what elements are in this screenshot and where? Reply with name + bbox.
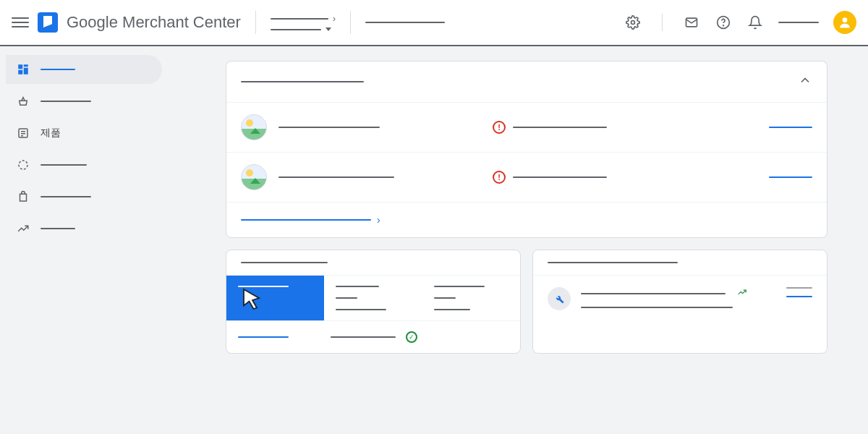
header-context-label: [365, 22, 445, 23]
divider: [662, 14, 663, 31]
mail-button[interactable]: [683, 14, 700, 31]
merchant-center-logo-icon: [38, 12, 58, 33]
optimization-line2: [581, 307, 733, 308]
footer-link-text: [241, 219, 371, 221]
cursor-icon: [239, 287, 265, 313]
metric-value: [434, 297, 456, 299]
help-icon: [716, 15, 731, 30]
metrics-card-header: [226, 250, 520, 275]
account-label[interactable]: [778, 22, 819, 23]
metric-subvalue: [336, 309, 386, 310]
issue-status-text: [513, 176, 607, 178]
issues-card-footer-link[interactable]: ›: [226, 202, 827, 237]
dashboard-icon: [16, 62, 30, 77]
sidebar-item-growth[interactable]: [6, 214, 162, 243]
main-content: ! ! ›: [168, 46, 868, 434]
circle-dashed-icon: [16, 158, 30, 172]
sidebar-item-label: [41, 228, 75, 229]
issues-card-header: [226, 61, 827, 102]
metric-subvalue: [434, 309, 470, 310]
product-thumbnail-icon: [241, 114, 267, 140]
svg-rect-5: [18, 64, 22, 69]
issue-row[interactable]: !: [226, 152, 827, 202]
optimization-meta: [786, 287, 812, 289]
optimization-item[interactable]: [533, 275, 827, 322]
product-thumbnail-icon: [241, 164, 267, 190]
trending-icon: [16, 221, 30, 236]
issue-name: [278, 127, 380, 128]
svg-point-3: [723, 25, 724, 26]
sidebar-item-label: [41, 196, 91, 197]
svg-rect-6: [24, 64, 28, 67]
metrics-footer-label: [331, 336, 396, 338]
sidebar-item-label: [41, 69, 75, 70]
metrics-footer-link[interactable]: [238, 336, 289, 338]
menu-toggle-button[interactable]: [12, 14, 29, 31]
error-icon: !: [493, 171, 506, 184]
issue-row[interactable]: !: [226, 102, 827, 152]
optimization-action-link[interactable]: [786, 296, 812, 297]
divider: [255, 11, 256, 34]
metric-tab[interactable]: [324, 276, 422, 320]
svg-point-13: [19, 161, 27, 169]
sidebar-item-label: [41, 164, 87, 166]
optimization-line1: [581, 293, 726, 294]
issue-status-text: [513, 127, 607, 128]
issue-action-link[interactable]: [769, 176, 812, 178]
user-avatar-button[interactable]: [833, 11, 856, 34]
basket-icon: [16, 94, 30, 109]
caret-down-icon: [326, 27, 331, 31]
collapse-button[interactable]: [798, 73, 812, 90]
metric-title: [434, 286, 485, 287]
check-circle-icon: ✓: [406, 331, 417, 343]
chevron-up-icon: [798, 73, 812, 88]
trend-up-icon: [737, 287, 747, 299]
sidebar-item-performance[interactable]: [6, 150, 162, 179]
metric-title: [336, 286, 379, 287]
metric-tab[interactable]: [422, 276, 520, 320]
bag-icon: [16, 190, 30, 204]
header-actions: [624, 11, 856, 34]
account-selector-dropdown[interactable]: ›: [271, 14, 336, 31]
sidebar-item-overview[interactable]: [6, 55, 162, 84]
person-icon: [838, 15, 852, 30]
app-title: Google Merchant Center: [67, 13, 241, 32]
sidebar-item-shopping[interactable]: [6, 87, 162, 116]
card-title: [548, 262, 678, 263]
chevron-right-icon: ›: [333, 14, 336, 24]
issues-card: ! ! ›: [226, 61, 827, 238]
card-title: [241, 262, 328, 263]
chevron-right-icon: ›: [377, 214, 380, 226]
svg-rect-8: [18, 70, 22, 75]
metrics-footer: ✓: [226, 320, 520, 353]
optimization-card: [532, 250, 827, 354]
error-icon: !: [493, 121, 506, 134]
sidebar-item-label: 제품: [41, 127, 61, 140]
card-title: [241, 81, 364, 82]
svg-point-0: [631, 21, 635, 25]
metric-value: [336, 297, 357, 299]
notifications-button[interactable]: [746, 14, 764, 31]
bell-icon: [748, 15, 762, 30]
metrics-tabs: [226, 275, 520, 320]
metric-tab-active[interactable]: [226, 276, 324, 320]
issue-name: [278, 176, 394, 178]
sidebar-item-orders[interactable]: [6, 182, 162, 211]
app-header: Google Merchant Center ›: [0, 0, 868, 46]
optimization-card-header: [533, 250, 827, 275]
divider: [350, 11, 351, 34]
svg-point-4: [843, 17, 848, 22]
sidebar-item-products[interactable]: 제품: [6, 119, 162, 148]
metrics-card: ✓: [226, 250, 521, 354]
list-icon: [16, 126, 30, 140]
mail-icon: [684, 15, 699, 30]
svg-rect-7: [24, 68, 28, 75]
settings-button[interactable]: [624, 14, 642, 31]
gear-icon: [626, 15, 640, 30]
issue-action-link[interactable]: [769, 127, 812, 128]
sidebar-nav: 제품: [0, 46, 168, 434]
help-button[interactable]: [715, 14, 732, 31]
wrench-icon: [548, 287, 571, 310]
sidebar-item-label: [41, 101, 91, 102]
